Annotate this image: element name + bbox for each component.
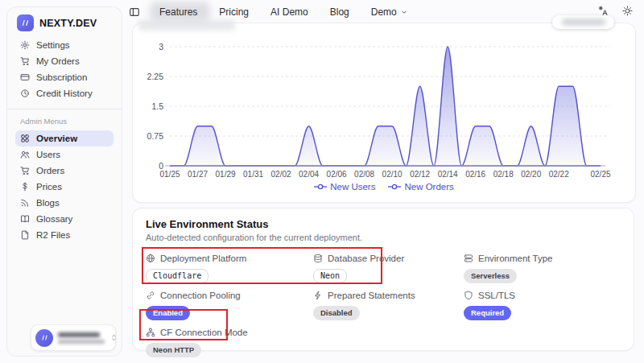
sidebar-item-label: Settings	[36, 40, 70, 50]
sidebar-section-label: Admin Menus	[15, 115, 114, 130]
area-chart: 00.751.52.25301/2501/2701/2901/3102/0202…	[133, 23, 635, 202]
legend-item-new-users[interactable]: New Users	[314, 182, 375, 192]
sidebar-item-users[interactable]: Users	[15, 146, 114, 163]
redacted-smudge	[138, 20, 235, 31]
logo-icon	[17, 14, 34, 31]
nav-item-label: Blog	[330, 6, 349, 18]
status-item-label: Deployment Platform	[146, 253, 313, 264]
sidebar-item-label: Prices	[36, 182, 62, 192]
sidebar-item-label: Credit History	[36, 89, 93, 98]
sidebar-divider	[7, 109, 122, 109]
chevrons-up-down-icon	[109, 333, 118, 342]
svg-text:02/12: 02/12	[410, 170, 430, 179]
nav-item-demo[interactable]: Demo	[371, 6, 408, 18]
history-icon	[20, 89, 30, 98]
sidebar-item-label: R2 Files	[36, 230, 70, 240]
sidebar-item-credit-history[interactable]: Credit History	[15, 85, 114, 101]
legend-label: New Orders	[404, 182, 453, 192]
globe-icon	[146, 254, 155, 263]
nav-item-label: Demo	[371, 6, 397, 18]
status-badge: Neon HTTP	[146, 343, 201, 357]
sidebar: NEXTY.DEV SettingsMy OrdersSubscriptionC…	[6, 6, 122, 357]
file-icon	[20, 230, 30, 240]
status-item-database-provider: Database Provider Neon	[313, 253, 464, 283]
status-badge: Required	[464, 306, 511, 320]
sidebar-item-label: Subscription	[36, 72, 87, 82]
svg-text:01/27: 01/27	[188, 170, 208, 179]
status-badge: Cloudflare	[146, 269, 208, 283]
sidebar-item-subscription[interactable]: Subscription	[15, 69, 114, 85]
status-item-label: Database Provider	[313, 253, 464, 264]
book-open-icon	[20, 214, 30, 224]
legend-item-new-orders[interactable]: New Orders	[388, 182, 453, 192]
redacted-pill-button[interactable]	[552, 15, 614, 29]
status-item-cf-connection-mode: CF Connection Mode Neon HTTP	[146, 327, 313, 357]
status-badge: Serverless	[464, 269, 517, 283]
nav-item-label: AI Demo	[270, 6, 308, 18]
status-item-label: Connection Pooling	[146, 290, 313, 301]
gear-icon	[20, 40, 30, 50]
svg-text:01/29: 01/29	[216, 170, 236, 179]
credit-card-icon	[20, 72, 30, 82]
sidebar-item-orders[interactable]: Orders	[15, 163, 114, 179]
sidebar-item-settings[interactable]: Settings	[15, 37, 114, 53]
nav-item-ai-demo[interactable]: AI Demo	[270, 6, 308, 18]
status-item-ssl-tls: SSL/TLS Required	[464, 290, 621, 320]
svg-text:0.75: 0.75	[147, 131, 164, 141]
svg-text:02/18: 02/18	[493, 170, 514, 179]
logo-text: NEXTY.DEV	[39, 18, 97, 29]
layout-grid-icon	[20, 134, 30, 143]
shield-icon	[464, 291, 473, 300]
svg-text:01/25: 01/25	[159, 170, 180, 179]
svg-text:2.25: 2.25	[147, 72, 164, 81]
svg-text:02/06: 02/06	[327, 170, 347, 179]
status-item-label: CF Connection Mode	[146, 327, 313, 338]
status-item-label: Prepared Statements	[313, 290, 464, 301]
chevron-down-icon	[400, 8, 408, 16]
svg-text:02/02: 02/02	[271, 170, 291, 179]
sidebar-item-label: Orders	[36, 166, 64, 175]
svg-text:3: 3	[159, 42, 163, 52]
chart-legend: New UsersNew Orders	[133, 182, 635, 192]
svg-text:02/10: 02/10	[382, 170, 402, 179]
sidebar-item-prices[interactable]: Prices	[15, 179, 114, 195]
status-item-deployment-platform: Deployment Platform Cloudflare	[146, 253, 313, 283]
user-menu-button[interactable]	[31, 324, 116, 351]
sidebar-item-blogs[interactable]: Blogs	[15, 195, 114, 211]
nav-item-pricing[interactable]: Pricing	[219, 6, 249, 18]
users-icon	[20, 150, 30, 159]
sidebar-item-my-orders[interactable]: My Orders	[15, 53, 114, 69]
legend-marker-icon	[388, 183, 401, 191]
sidebar-item-label: Users	[36, 150, 60, 159]
sidebar-main-menu: SettingsMy OrdersSubscriptionCredit Hist…	[15, 37, 114, 101]
status-badge: Neon	[313, 269, 347, 283]
logo[interactable]: NEXTY.DEV	[15, 12, 114, 37]
status-item-environment-type: Environment Type Serverless	[464, 253, 621, 283]
svg-text:02/14: 02/14	[438, 170, 458, 179]
svg-text:02/20: 02/20	[521, 170, 541, 179]
rss-icon	[20, 198, 30, 208]
svg-text:02/04: 02/04	[299, 170, 319, 179]
nav-item-blog[interactable]: Blog	[330, 6, 349, 18]
svg-text:01/31: 01/31	[243, 170, 263, 179]
status-card-subtitle: Auto-detected configuration for the curr…	[146, 233, 621, 243]
sidebar-item-r2-files[interactable]: R2 Files	[15, 227, 114, 243]
avatar	[35, 329, 53, 347]
sidebar-item-label: Blogs	[36, 198, 60, 208]
status-item-label: SSL/TLS	[464, 290, 621, 301]
sidebar-item-overview[interactable]: Overview	[15, 130, 114, 146]
legend-marker-icon	[314, 183, 327, 191]
shopping-cart-icon	[20, 56, 30, 66]
nav-item-features[interactable]: Features	[159, 6, 197, 18]
shopping-cart-icon	[20, 166, 30, 175]
sidebar-item-label: My Orders	[36, 56, 80, 66]
sidebar-toggle-button[interactable]	[129, 6, 140, 18]
legend-label: New Users	[330, 182, 375, 192]
nav-items: FeaturesPricingAI DemoBlogDemo	[159, 6, 408, 18]
status-item-connection-pooling: Connection Pooling Enabled	[146, 290, 313, 320]
svg-text:02/25: 02/25	[590, 170, 610, 179]
user-name-redacted	[58, 332, 105, 344]
link-icon	[146, 291, 155, 300]
sidebar-item-glossary[interactable]: Glossary	[15, 211, 114, 227]
status-badge: Enabled	[146, 306, 190, 320]
